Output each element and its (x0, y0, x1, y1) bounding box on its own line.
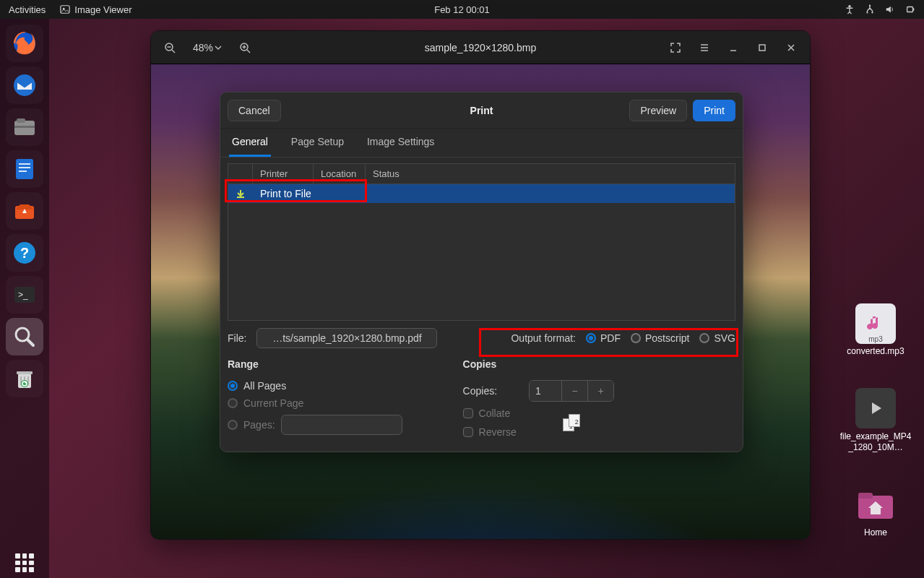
svg-text:>_: >_ (18, 290, 28, 300)
desktop-file-mp4[interactable]: file_example_MP4_1280_10M… (839, 388, 912, 452)
gnome-topbar: Activities Image Viewer Feb 12 00:01 (0, 0, 924, 19)
print-button[interactable]: Print (693, 100, 735, 121)
svg-rect-7 (913, 8, 915, 11)
print-dialog: Cancel Print Preview Print General Page … (220, 92, 743, 452)
radio-icon (228, 420, 238, 430)
svg-point-2 (848, 5, 851, 8)
accessibility-icon[interactable] (845, 4, 855, 14)
collate-illustration-icon: 2 1 (563, 414, 583, 431)
dialog-tabs: General Page Setup Image Settings (220, 129, 743, 158)
svg-text:?: ? (20, 245, 29, 261)
tab-page-setup[interactable]: Page Setup (288, 129, 347, 157)
radio-label: PDF (600, 332, 621, 344)
radio-label: Current Page (243, 397, 303, 409)
column-status[interactable]: Status (366, 164, 735, 184)
file-chooser-button[interactable]: …ts/sample_1920×1280.bmp.pdf (256, 328, 437, 348)
checkbox-icon (463, 408, 473, 418)
activities-button[interactable]: Activities (9, 4, 46, 15)
dock-image-viewer[interactable] (6, 318, 43, 355)
home-folder-icon (855, 484, 896, 525)
printer-table: Printer Location Status Print to File (228, 163, 735, 321)
desktop-file-label: Home (864, 527, 887, 538)
radio-label: Postscript (645, 332, 689, 344)
svg-point-4 (871, 12, 873, 13)
output-format-group: Output format: PDF Postscript SVG (511, 332, 735, 344)
dock-writer[interactable] (6, 150, 43, 188)
zoom-out-button[interactable] (157, 36, 183, 59)
desktop-file-label: converted.mp3 (847, 346, 904, 356)
copies-label: Copies: (463, 385, 497, 397)
tab-general[interactable]: General (229, 129, 271, 157)
copies-input[interactable] (530, 381, 561, 401)
hamburger-menu-button[interactable] (691, 36, 717, 59)
copies-title: Copies (463, 358, 614, 370)
desktop-badge: mp3 (865, 335, 885, 343)
power-icon[interactable] (905, 4, 915, 14)
svg-rect-13 (16, 159, 33, 179)
desktop-file-label: file_example_MP4_1280_10M… (839, 431, 912, 452)
network-icon[interactable] (865, 4, 875, 14)
printer-row-print-to-file[interactable]: Print to File (228, 184, 735, 203)
zoom-level-label: 48% (193, 42, 213, 53)
dialog-body: Printer Location Status Print to File Fi… (220, 158, 743, 452)
preview-button[interactable]: Preview (629, 100, 687, 121)
volume-icon[interactable] (885, 4, 895, 14)
topbar-app-label: Image Viewer (74, 4, 131, 15)
svg-rect-14 (19, 163, 30, 165)
copies-section: Copies Copies: − + Collate Reverse (463, 358, 614, 438)
image-viewer-icon (60, 4, 70, 14)
radio-icon (586, 333, 596, 343)
file-label: File: (228, 332, 246, 344)
reverse-checkbox[interactable]: Reverse (463, 426, 517, 438)
dock-terminal[interactable]: >_ (6, 276, 43, 314)
printer-table-header: Printer Location Status (228, 164, 735, 184)
ubuntu-dock: ? >_ (0, 19, 49, 578)
column-printer[interactable]: Printer (253, 164, 314, 184)
dock-firefox[interactable] (6, 25, 43, 62)
dock-thunderbird[interactable] (6, 66, 43, 104)
svg-rect-15 (19, 167, 30, 168)
tab-image-settings[interactable]: Image Settings (364, 129, 437, 157)
radio-label: All Pages (243, 380, 286, 392)
range-all-pages[interactable]: All Pages (228, 380, 402, 392)
svg-point-3 (866, 12, 868, 13)
zoom-in-button[interactable] (232, 36, 258, 59)
dock-files[interactable] (6, 108, 43, 146)
checkbox-label: Collate (479, 407, 511, 419)
window-title: sample_1920×1280.bmp (425, 42, 537, 53)
topbar-app-menu[interactable]: Image Viewer (60, 4, 131, 15)
radio-icon (699, 333, 709, 343)
collate-checkbox[interactable]: Collate (463, 407, 517, 419)
save-arrow-icon (236, 189, 246, 199)
column-spacer (228, 164, 253, 184)
output-pdf-radio[interactable]: PDF (586, 332, 621, 344)
dock-software[interactable] (6, 192, 43, 230)
desktop-file-mp3[interactable]: mp3 converted.mp3 (847, 303, 904, 356)
svg-rect-0 (61, 6, 69, 14)
svg-rect-12 (17, 118, 25, 123)
close-button[interactable] (778, 36, 804, 59)
dock-show-apps[interactable] (0, 553, 49, 572)
dock-trash[interactable] (6, 360, 43, 397)
copies-decrement[interactable]: − (561, 381, 587, 401)
zoom-level-dropdown[interactable]: 48% (186, 36, 229, 59)
desktop-home-folder[interactable]: Home (855, 484, 896, 538)
svg-rect-26 (17, 371, 33, 374)
checkbox-icon (463, 427, 473, 437)
dock-help[interactable]: ? (6, 234, 43, 272)
output-postscript-radio[interactable]: Postscript (631, 332, 689, 344)
fullscreen-button[interactable] (662, 36, 688, 59)
copies-increment[interactable]: + (587, 381, 613, 401)
minimize-button[interactable] (720, 36, 746, 59)
cancel-button[interactable]: Cancel (228, 100, 281, 121)
topbar-clock[interactable]: Feb 12 00:01 (434, 4, 490, 15)
window-titlebar: 48% sample_1920×1280.bmp (151, 31, 810, 64)
maximize-button[interactable] (749, 36, 775, 59)
svg-rect-6 (907, 7, 913, 12)
pages-input[interactable] (281, 415, 402, 435)
column-location[interactable]: Location (314, 164, 366, 184)
range-current-page[interactable]: Current Page (228, 397, 402, 409)
output-svg-radio[interactable]: SVG (699, 332, 735, 344)
svg-marker-28 (872, 402, 881, 414)
range-pages[interactable]: Pages: (228, 415, 402, 435)
